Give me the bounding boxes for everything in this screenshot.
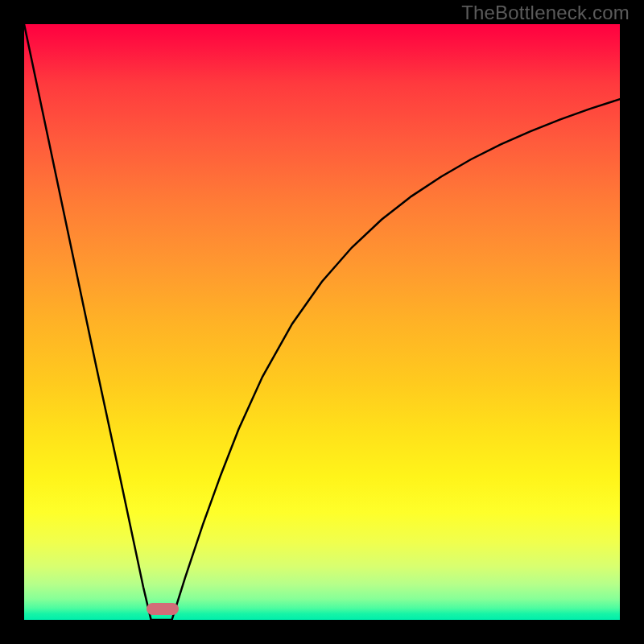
curve-right-branch — [172, 99, 620, 620]
valley-pill-marker — [147, 603, 180, 615]
watermark-text: TheBottleneck.com — [461, 2, 630, 24]
curve-left-branch — [24, 24, 151, 620]
chart-frame: TheBottleneck.com — [0, 0, 644, 644]
plot-area — [24, 24, 620, 620]
curve-layer — [24, 24, 620, 620]
